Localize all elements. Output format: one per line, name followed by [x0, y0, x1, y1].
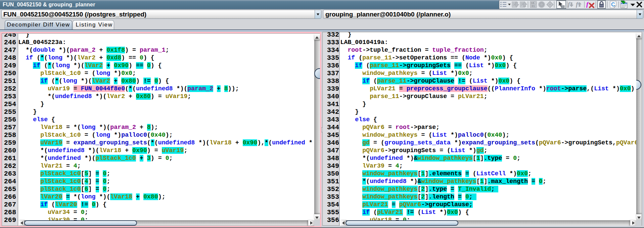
svg-text:f: f [586, 1, 589, 8]
svg-text:01: 01 [532, 5, 535, 8]
svg-text:C: C [611, 2, 615, 7]
svg-text:f: f [568, 1, 570, 8]
